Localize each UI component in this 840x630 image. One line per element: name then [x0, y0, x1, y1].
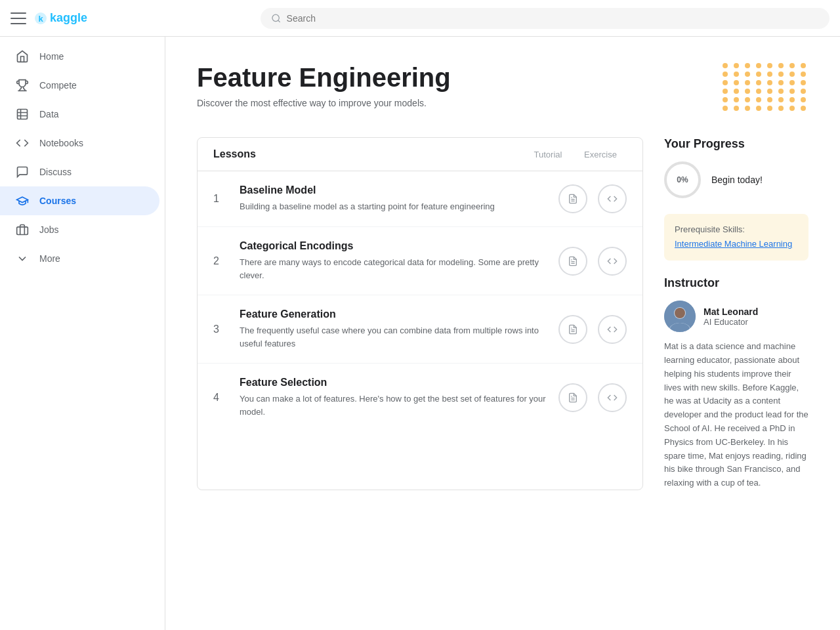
exercise-button[interactable] [598, 247, 627, 276]
lesson-number: 3 [213, 324, 229, 335]
sidebar-item-compete[interactable]: Compete [0, 71, 159, 100]
search-bar[interactable] [261, 8, 830, 29]
progress-percent: 0% [677, 175, 688, 184]
sidebar-item-home[interactable]: Home [0, 42, 159, 71]
tutorial-button[interactable] [558, 184, 587, 213]
svg-rect-4 [18, 110, 28, 119]
briefcase-icon [16, 223, 29, 236]
chat-icon [16, 165, 29, 178]
sidebar-item-label: Compete [39, 80, 77, 91]
school-icon [16, 194, 29, 207]
logo: k kaggle [34, 11, 87, 25]
progress-begin-text: Begin today! [711, 175, 763, 185]
lesson-desc: The frequently useful case where you can… [240, 324, 548, 350]
lesson-name: Baseline Model [240, 184, 548, 196]
lesson-desc: You can make a lot of features. Here's h… [240, 392, 548, 418]
sidebar-item-label: More [39, 253, 60, 264]
right-sidebar: Your Progress 0% Begin today! Prerequisi… [664, 137, 808, 490]
course-subtitle: Discover the most effective way to impro… [197, 98, 451, 108]
sidebar-item-label: Data [39, 109, 59, 119]
col-exercise: Exercise [574, 150, 627, 159]
course-title: Feature Engineering [197, 63, 451, 93]
course-info: Feature Engineering Discover the most ef… [197, 63, 451, 108]
code-icon [16, 136, 29, 150]
lesson-name: Feature Generation [240, 308, 548, 320]
sidebar-item-data[interactable]: Data [0, 100, 159, 129]
avatar [664, 301, 696, 332]
instructor-name: Mat Leonard [704, 306, 758, 317]
search-icon [271, 13, 282, 24]
chevron-down-icon [16, 252, 29, 265]
tutorial-button[interactable] [558, 315, 587, 344]
prereq-link[interactable]: Intermediate Machine Learning [675, 238, 798, 250]
trophy-icon [16, 79, 29, 92]
instructor-info: Mat Leonard AI Educator [664, 301, 808, 332]
sidebar: Home Compete Data Notebooks Discuss [0, 37, 165, 630]
lessons-panel: Lessons Tutorial Exercise 1 Baseline Mod… [197, 137, 643, 490]
lesson-name: Feature Selection [240, 377, 548, 388]
lesson-info: Feature Generation The frequently useful… [240, 308, 548, 350]
svg-text:k: k [38, 14, 43, 24]
dot-decoration [723, 63, 808, 111]
main-layout: Home Compete Data Notebooks Discuss [0, 37, 840, 630]
sidebar-item-label: Home [39, 51, 64, 62]
col-tutorial: Tutorial [522, 150, 574, 159]
lessons-title: Lessons [213, 148, 522, 160]
sidebar-item-jobs[interactable]: Jobs [0, 215, 159, 244]
home-icon [16, 50, 29, 63]
exercise-button[interactable] [598, 383, 627, 412]
sidebar-item-more[interactable]: More [0, 244, 159, 273]
sidebar-item-notebooks[interactable]: Notebooks [0, 129, 159, 158]
progress-title: Your Progress [664, 137, 808, 151]
menu-hamburger[interactable] [10, 12, 26, 24]
instructor-title: Instructor [664, 276, 808, 290]
lesson-actions [558, 383, 627, 412]
svg-point-17 [675, 308, 685, 318]
table-row: 1 Baseline Model Building a baseline mod… [198, 171, 642, 227]
topbar: k kaggle [0, 0, 840, 37]
table-icon [16, 108, 29, 121]
prereq-label: Prerequisite Skills: [675, 224, 798, 234]
sidebar-item-label: Courses [39, 196, 76, 206]
lesson-actions [558, 247, 627, 276]
prereq-box: Prerequisite Skills: Intermediate Machin… [664, 214, 808, 261]
lesson-number: 1 [213, 193, 229, 205]
tutorial-button[interactable] [558, 247, 587, 276]
progress-wrapper: 0% Begin today! [664, 161, 808, 198]
svg-rect-5 [17, 227, 28, 235]
search-input[interactable] [287, 13, 819, 24]
svg-line-3 [278, 20, 280, 22]
sidebar-item-label: Discuss [39, 167, 72, 177]
instructor-bio: Mat is a data science and machine learni… [664, 340, 808, 490]
lesson-number: 2 [213, 255, 229, 267]
table-row: 2 Categorical Encodings There are many w… [198, 227, 642, 295]
sidebar-item-label: Jobs [39, 224, 59, 235]
lesson-desc: Building a baseline model as a starting … [240, 200, 548, 213]
lesson-actions [558, 315, 627, 344]
lesson-actions [558, 184, 627, 213]
exercise-button[interactable] [598, 184, 627, 213]
progress-section: Your Progress 0% Begin today! [664, 137, 808, 198]
lessons-header: Lessons Tutorial Exercise [198, 138, 642, 171]
lesson-number: 4 [213, 392, 229, 404]
exercise-button[interactable] [598, 315, 627, 344]
instructor-role: AI Educator [704, 317, 758, 327]
table-row: 4 Feature Selection You can make a lot o… [198, 364, 642, 431]
sidebar-item-discuss[interactable]: Discuss [0, 158, 159, 186]
table-row: 3 Feature Generation The frequently usef… [198, 295, 642, 364]
lesson-name: Categorical Encodings [240, 240, 548, 252]
lesson-info: Categorical Encodings There are many way… [240, 240, 548, 282]
tutorial-button[interactable] [558, 383, 587, 412]
sidebar-item-label: Notebooks [39, 138, 83, 148]
lesson-info: Feature Selection You can make a lot of … [240, 377, 548, 418]
instructor-details: Mat Leonard AI Educator [704, 306, 758, 327]
course-header: Feature Engineering Discover the most ef… [197, 63, 808, 111]
svg-point-2 [272, 14, 279, 21]
progress-circle: 0% [664, 161, 701, 198]
lesson-info: Baseline Model Building a baseline model… [240, 184, 548, 213]
main-content: Feature Engineering Discover the most ef… [165, 37, 840, 630]
lesson-desc: There are many ways to encode categorica… [240, 256, 548, 282]
lessons-list: 1 Baseline Model Building a baseline mod… [198, 171, 642, 431]
sidebar-item-courses[interactable]: Courses [0, 186, 159, 215]
content-area: Lessons Tutorial Exercise 1 Baseline Mod… [197, 137, 808, 490]
